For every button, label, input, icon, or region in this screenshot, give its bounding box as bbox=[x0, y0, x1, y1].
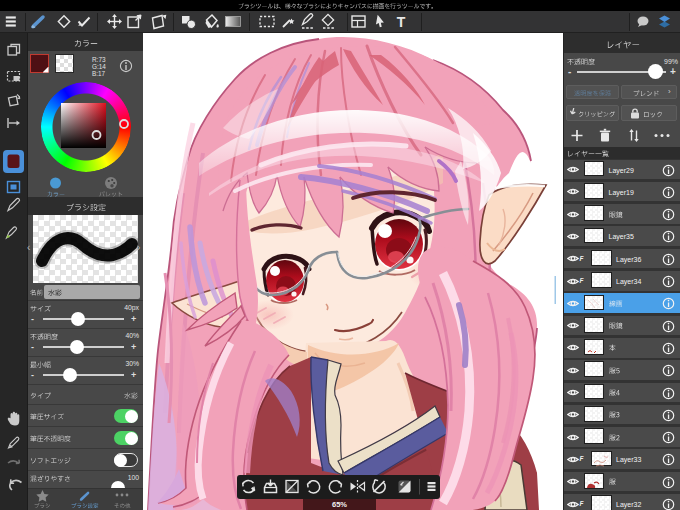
svg-text:T: T bbox=[397, 14, 406, 30]
